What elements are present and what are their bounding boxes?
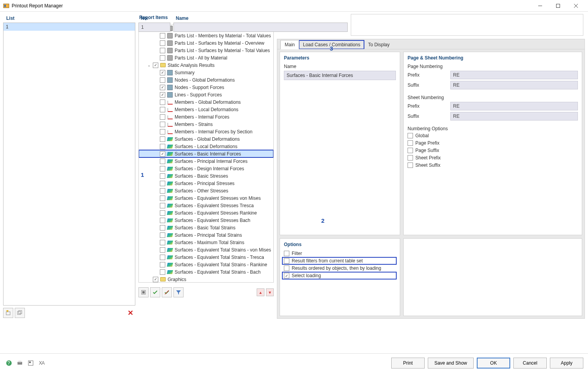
tab-main[interactable]: Main [280, 40, 299, 49]
tree-checkbox[interactable] [160, 55, 165, 61]
tree-row[interactable]: Surfaces - Principal Total Strains [139, 231, 273, 239]
tree-checkbox[interactable] [160, 203, 165, 208]
numbering-option-row[interactable]: Page Prefix [408, 140, 578, 146]
tree-checkbox[interactable] [160, 129, 165, 134]
tree-row[interactable]: Surfaces - Principal Internal Forces [139, 157, 273, 165]
tree-checkbox[interactable] [160, 166, 165, 171]
copy-list-button[interactable] [15, 308, 25, 318]
move-up-button[interactable]: ▲ [257, 288, 264, 296]
numbering-option-row[interactable]: Sheet Prefix [408, 155, 578, 161]
close-button[interactable] [567, 0, 585, 12]
option-checkbox[interactable] [284, 251, 289, 256]
tree-row[interactable]: Surfaces - Equivalent Stresses Tresca [139, 202, 273, 209]
delete-list-button[interactable]: ✕ [125, 308, 135, 318]
numbering-checkbox[interactable] [408, 162, 413, 168]
option-row[interactable]: Filter [284, 250, 396, 257]
tree-row[interactable]: Parts List - Surfaces by Material - Tota… [139, 47, 273, 54]
tree-checkbox[interactable] [160, 232, 165, 238]
move-down-button[interactable]: ▼ [266, 288, 274, 296]
tree-checkbox[interactable] [160, 77, 165, 83]
tree-row[interactable]: Lines - Support Forces [139, 91, 273, 98]
option-row[interactable]: Select loading [283, 272, 396, 279]
numbering-checkbox[interactable] [408, 133, 413, 138]
numbering-option-row[interactable]: Global [408, 133, 578, 139]
tree-checkbox[interactable] [160, 122, 165, 127]
tree-row[interactable]: Surfaces - Global Deformations [139, 135, 273, 143]
tree-row[interactable]: Members - Internal Forces [139, 113, 273, 121]
tree-checkbox[interactable] [153, 277, 158, 282]
list-item[interactable]: 1 [4, 23, 135, 31]
tree-checkbox[interactable] [160, 173, 165, 179]
print-icon[interactable] [16, 359, 24, 367]
ok-button[interactable]: OK [477, 358, 510, 369]
tree-checkbox[interactable] [160, 159, 165, 164]
save-show-button[interactable]: Save and Show [428, 358, 474, 369]
tree-checkbox[interactable] [160, 85, 165, 90]
tree-row[interactable]: Members - Internal Forces by Section [139, 128, 273, 135]
tree-checkbox[interactable] [160, 240, 165, 245]
tree-checkbox[interactable] [160, 255, 165, 260]
tree-checkbox[interactable] [160, 70, 165, 75]
tree-checkbox[interactable] [160, 144, 165, 149]
tree-checkbox[interactable] [160, 188, 165, 194]
tree-checkbox[interactable] [160, 218, 165, 223]
option-checkbox[interactable] [284, 258, 289, 264]
apply-button[interactable]: Apply [550, 358, 583, 369]
list-box[interactable]: 1 [3, 23, 135, 306]
tree-row[interactable]: Surfaces - Basic Stresses [139, 172, 273, 180]
maximize-button[interactable] [549, 0, 567, 12]
tree-row[interactable]: Members - Global Deformations [139, 98, 273, 106]
page-prefix-value[interactable]: RE [450, 71, 578, 79]
numbering-option-row[interactable]: Sheet Suffix [408, 162, 578, 168]
tree-checkbox[interactable] [160, 269, 165, 275]
sheet-suffix-value[interactable]: RE [450, 112, 578, 121]
tree-row[interactable]: Surfaces - Equivalent Total Strains - Ra… [139, 261, 273, 268]
tree-row[interactable]: Parts List - All by Material [139, 54, 273, 61]
numbering-option-row[interactable]: Page Suffix [408, 147, 578, 154]
tree-checkbox[interactable] [160, 196, 165, 201]
tree-checkbox[interactable] [160, 210, 165, 216]
chevron-down-icon[interactable]: ⌄ [147, 63, 151, 67]
help-icon[interactable]: ? [5, 359, 13, 367]
tree-tool-1[interactable] [138, 287, 149, 297]
tree-checkbox[interactable] [160, 262, 165, 267]
tree-row[interactable]: Surfaces - Basic Total Strains [139, 224, 273, 231]
tree-checkbox[interactable] [160, 92, 165, 98]
minimize-button[interactable] [531, 0, 549, 12]
cancel-button[interactable]: Cancel [513, 358, 547, 369]
tab-to-display[interactable]: To Display [364, 40, 393, 49]
tree-row[interactable]: Surfaces - Principal Stresses [139, 180, 273, 187]
report-items-tree[interactable]: Parts List - Members by Material - Overv… [138, 24, 274, 283]
tree-row[interactable]: Surfaces - Maximum Total Strains [139, 239, 273, 246]
tree-row[interactable]: Surfaces - Local Deformations [139, 143, 273, 150]
tree-checkbox[interactable] [160, 40, 165, 46]
tree-checkbox[interactable] [160, 114, 165, 120]
option-checkbox[interactable] [284, 265, 289, 271]
tree-row[interactable]: Surfaces - Equivalent Stresses Bach [139, 217, 273, 224]
tree-row[interactable]: Members - Strains [139, 121, 273, 128]
tree-row[interactable]: Surfaces - Equivalent Stresses von Mises [139, 194, 273, 202]
tree-row[interactable]: Nodes - Support Forces [139, 84, 273, 91]
tree-row[interactable]: ⌄Static Analysis Results [139, 61, 273, 69]
tree-checkbox[interactable] [160, 107, 165, 112]
numbering-checkbox[interactable] [408, 155, 413, 161]
print-button[interactable]: Print [391, 358, 425, 369]
name-field[interactable] [173, 23, 348, 32]
tree-row[interactable]: Nodes - Global Deformations [139, 76, 273, 84]
tree-checkbox[interactable] [160, 181, 165, 186]
option-row[interactable]: Results ordered by objects, then by load… [284, 265, 396, 271]
tree-checkbox[interactable] [160, 247, 165, 253]
tree-row[interactable]: Parts List - Surfaces by Material - Over… [139, 39, 273, 47]
numbering-checkbox[interactable] [408, 148, 413, 153]
tree-row[interactable]: Surfaces - Design Internal Forces [139, 165, 273, 172]
tree-row[interactable]: Surfaces - Equivalent Stresses Rankine [139, 209, 273, 217]
tree-filter[interactable] [173, 287, 184, 297]
tree-row[interactable]: Surfaces - Equivalent Total Strains - vo… [139, 246, 273, 253]
tree-row[interactable]: Surfaces - Equivalent Total Strains - Tr… [139, 253, 273, 261]
tree-uncheck-all[interactable] [162, 287, 172, 297]
page-suffix-value[interactable]: RE [450, 81, 578, 89]
option-row[interactable]: Result filters from current table set [283, 258, 396, 264]
tree-checkbox[interactable] [153, 63, 158, 68]
tree-row[interactable]: Members - Local Deformations [139, 106, 273, 113]
tree-check-all[interactable] [150, 287, 160, 297]
